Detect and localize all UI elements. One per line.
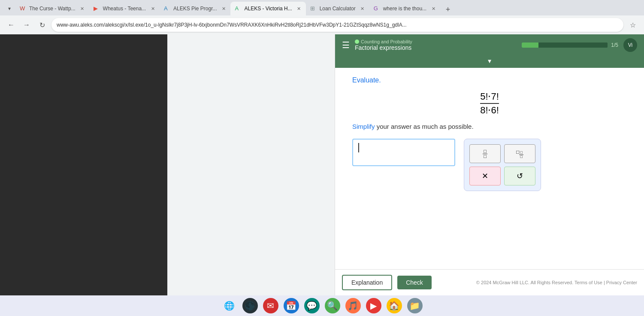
- progress-seg-2: [539, 43, 556, 48]
- evaluate-label: Evaluate.: [352, 76, 381, 84]
- simplify-suffix: your answer as much as possible.: [375, 123, 474, 130]
- tab-5-favicon: ⊞: [310, 5, 317, 12]
- answer-section: □ □ □□□ ✕: [352, 139, 627, 191]
- tab-dropdown-btn[interactable]: ▾: [3, 2, 15, 15]
- keyboard-row-1: □ □ □□□: [469, 144, 535, 163]
- tab-6-close[interactable]: ✕: [430, 5, 437, 12]
- bookmark-icon[interactable]: ☆: [627, 19, 639, 31]
- explanation-button[interactable]: Explanation: [342, 275, 392, 290]
- answer-cursor: [358, 143, 359, 152]
- fraction-button[interactable]: □ □: [469, 144, 501, 163]
- tab-4-close[interactable]: ✕: [296, 5, 302, 12]
- tab-6-favicon: G: [374, 5, 381, 12]
- mixed-number-icon: □□□: [516, 149, 523, 159]
- undo-button[interactable]: ↺: [504, 167, 535, 185]
- aleks-header: ☰ Counting and Probability Factorial exp…: [335, 34, 644, 56]
- browser-window: ▾ W The Curse - Wattp... ✕ ▶ Wheatus - T…: [0, 0, 644, 316]
- tab-4-title: ALEKS - Victoria H...: [244, 6, 292, 12]
- forward-button[interactable]: →: [21, 19, 33, 31]
- delete-button[interactable]: ✕: [469, 167, 501, 185]
- left-sidebar-bg: [0, 34, 167, 295]
- progress-seg-5: [590, 43, 607, 48]
- copyright-text: © 2024 McGraw Hill LLC. All Rights Reser…: [476, 280, 573, 285]
- keyboard-row-2: ✕ ↺: [469, 167, 535, 185]
- progress-text: 1/5: [611, 42, 618, 48]
- tab-3-close[interactable]: ✕: [220, 5, 227, 12]
- aleks-app: ☰ Counting and Probability Factorial exp…: [335, 34, 644, 295]
- address-bar: ← → ↻ ☆: [0, 15, 644, 34]
- taskbar-icon-5[interactable]: 🔍: [325, 298, 340, 313]
- topic-name-text: Factorial expressions: [355, 44, 517, 51]
- check-label: Check: [406, 279, 423, 286]
- refresh-button[interactable]: ↻: [36, 19, 48, 31]
- aleks-footer: Explanation Check © 2024 McGraw Hill LLC…: [335, 269, 644, 295]
- new-tab-button[interactable]: +: [442, 3, 454, 15]
- taskbar-icon-2[interactable]: ✉: [263, 298, 278, 313]
- privacy-label: Privacy Center: [606, 280, 637, 285]
- fraction-denominator: 8!⋅6!: [480, 104, 499, 116]
- footer-separator: |: [604, 280, 605, 285]
- user-initials: Vi: [628, 42, 632, 48]
- taskbar: 🌐 🌑 ✉ 📅 💬 🔍 🎵 ▶ 🏠 📁: [0, 295, 644, 316]
- progress-container: 1/5: [522, 42, 618, 48]
- tab-5-title: Loan Calculator: [320, 6, 356, 12]
- expand-collapse-button[interactable]: ▼: [483, 56, 496, 66]
- taskbar-icon-3[interactable]: 📅: [284, 298, 299, 313]
- tab-3[interactable]: A ALEKS Pie Progr... ✕: [160, 2, 230, 15]
- taskbar-icon-0[interactable]: 🌐: [222, 298, 237, 313]
- address-input[interactable]: [51, 18, 623, 32]
- topic-dot-icon: [355, 40, 359, 44]
- tab-2[interactable]: ▶ Wheatus - Teena... ✕: [89, 2, 160, 15]
- tab-2-title: Wheatus - Teena...: [103, 6, 146, 12]
- tab-5[interactable]: ⊞ Loan Calculator ✕: [306, 2, 369, 15]
- tab-1-close[interactable]: ✕: [79, 5, 86, 12]
- check-button[interactable]: Check: [397, 276, 432, 289]
- taskbar-icon-6[interactable]: 🎵: [345, 298, 361, 313]
- taskbar-icon-8[interactable]: 🏠: [387, 298, 402, 313]
- user-avatar[interactable]: Vi: [623, 38, 637, 52]
- footer-left: Explanation Check: [342, 275, 432, 290]
- tab-2-close[interactable]: ✕: [149, 5, 156, 12]
- explanation-label: Explanation: [351, 279, 383, 286]
- evaluate-text: Evaluate.: [352, 76, 627, 84]
- mixed-number-button[interactable]: □□□: [504, 144, 535, 163]
- simplify-link[interactable]: Simplify: [352, 123, 375, 130]
- back-button[interactable]: ←: [5, 19, 17, 31]
- fraction-numerator: 5!⋅7!: [480, 91, 499, 104]
- undo-icon: ↺: [517, 171, 523, 181]
- footer-copyright: © 2024 McGraw Hill LLC. All Rights Reser…: [476, 280, 637, 285]
- problem-area: Evaluate. 5!⋅7! 8!⋅6! Simplify your answ…: [335, 68, 644, 269]
- tab-bar: ▾ W The Curse - Wattp... ✕ ▶ Wheatus - T…: [0, 0, 644, 15]
- tab-5-close[interactable]: ✕: [359, 5, 366, 12]
- tab-4-active[interactable]: A ALEKS - Victoria H... ✕: [230, 2, 305, 15]
- fraction-icon: □ □: [483, 149, 487, 159]
- fraction-expression: 5!⋅7! 8!⋅6!: [480, 91, 499, 116]
- topic-category-text: Counting and Probability: [361, 39, 412, 44]
- tab-6-title: where is the thou...: [383, 6, 426, 12]
- tab-2-favicon: ▶: [94, 5, 100, 12]
- tab-3-favicon: A: [164, 5, 171, 12]
- simplify-text: Simplify your answer as much as possible…: [352, 123, 627, 130]
- terms-of-use-link[interactable]: Terms of Use: [574, 280, 604, 285]
- math-keyboard: □ □ □□□ ✕: [464, 139, 541, 191]
- tab-1[interactable]: W The Curse - Wattp... ✕: [15, 2, 89, 15]
- answer-input-box[interactable]: [352, 139, 455, 166]
- tab-4-favicon: A: [235, 5, 242, 12]
- privacy-center-link[interactable]: Privacy Center: [606, 280, 637, 285]
- tab-1-title: The Curse - Wattp...: [29, 6, 76, 12]
- expand-row: ▼: [335, 56, 644, 68]
- fraction-display: 5!⋅7! 8!⋅6!: [352, 91, 627, 116]
- topic-category-label: Counting and Probability: [355, 39, 517, 44]
- content-area: ☰ Counting and Probability Factorial exp…: [0, 34, 644, 295]
- taskbar-icon-1[interactable]: 🌑: [242, 298, 258, 313]
- delete-icon: ✕: [482, 171, 488, 181]
- hamburger-button[interactable]: ☰: [342, 40, 350, 50]
- progress-seg-4: [573, 43, 590, 48]
- taskbar-icon-9[interactable]: 📁: [407, 298, 423, 313]
- taskbar-icon-7[interactable]: ▶: [366, 298, 381, 313]
- taskbar-icon-4[interactable]: 💬: [304, 298, 320, 313]
- progress-seg-1: [522, 43, 538, 48]
- tab-6[interactable]: G where is the thou... ✕: [369, 2, 440, 15]
- header-topic: Counting and Probability Factorial expre…: [355, 39, 517, 51]
- tab-1-favicon: W: [20, 5, 27, 12]
